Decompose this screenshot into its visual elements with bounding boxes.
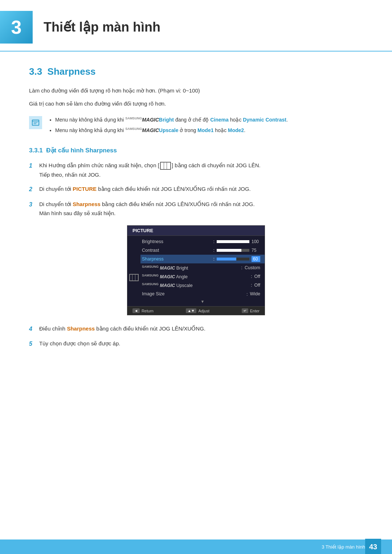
- menu-row-sharpness: Sharpness : 60: [140, 255, 265, 263]
- page-footer: 3 Thiết lập màn hình 43: [0, 539, 392, 554]
- note-box: Menu này không khả dụng khi SAMSUNGMAGIC…: [29, 115, 363, 136]
- picture-menu-body: Brightness : 100 Contrast : 75: [127, 236, 265, 306]
- menu-rows: Brightness : 100 Contrast : 75: [140, 236, 265, 306]
- description-1: Làm cho đường viền đối tượng rõ hơn hoặc…: [29, 86, 363, 95]
- footer-text: 3 Thiết lập màn hình: [322, 544, 365, 550]
- chapter-number: 3: [0, 11, 33, 44]
- footer-adjust: ▲▼ Adjust: [186, 308, 209, 313]
- note-content: Menu này không khả dụng khi SAMSUNGMAGIC…: [48, 115, 288, 136]
- footer-return: ◄ Return: [132, 308, 154, 313]
- footer-enter: ↵ Enter: [242, 308, 260, 313]
- picture-menu: PICTURE Brightness: [127, 225, 265, 315]
- main-content: 3.3 Sharpness Làm cho đường viền đối tượ…: [0, 52, 392, 376]
- step-3: 3 Di chuyển tới Sharpness bằng cách điều…: [29, 200, 363, 218]
- step-1: 1 Khi Hướng dẫn phím chức năng xuất hiện…: [29, 161, 363, 179]
- chapter-header: 3 Thiết lập màn hình: [0, 0, 392, 52]
- menu-row-brightness: Brightness : 100: [140, 237, 265, 246]
- section-heading: 3.3 Sharpness: [29, 66, 363, 77]
- menu-icon-col: [127, 236, 140, 306]
- picture-menu-screenshot: PICTURE Brightness: [29, 225, 363, 315]
- note-icon: [29, 116, 42, 129]
- page-number: 43: [365, 539, 381, 554]
- picture-menu-title: PICTURE: [127, 226, 265, 236]
- picture-menu-footer: ◄ Return ▲▼ Adjust ↵ Enter: [127, 306, 265, 315]
- description-2: Giá trị cao hơn sẽ làm cho đường viền đố…: [29, 99, 363, 108]
- chapter-title: Thiết lập màn hình: [44, 20, 160, 35]
- menu-row-magic-bright: SAMSUNG MAGIC Bright : Custom: [140, 263, 265, 272]
- menu-row-magic-angle: SAMSUNG MAGIC Angle : Off: [140, 272, 265, 281]
- menu-row-contrast: Contrast : 75: [140, 246, 265, 255]
- step-2: 2 Di chuyển tới PICTURE bằng cách điều k…: [29, 184, 363, 194]
- menu-row-magic-upscale: SAMSUNG MAGIC Upscale : Off: [140, 281, 265, 290]
- step-5: 5 Tùy chọn được chọn sẽ được áp.: [29, 339, 363, 349]
- menu-row-image-size: Image Size : Wide: [140, 290, 265, 298]
- subsection-heading: 3.3.1 Đặt cấu hình Sharpness: [29, 147, 363, 154]
- step-4: 4 Điều chỉnh Sharpness bằng cách điều kh…: [29, 324, 363, 334]
